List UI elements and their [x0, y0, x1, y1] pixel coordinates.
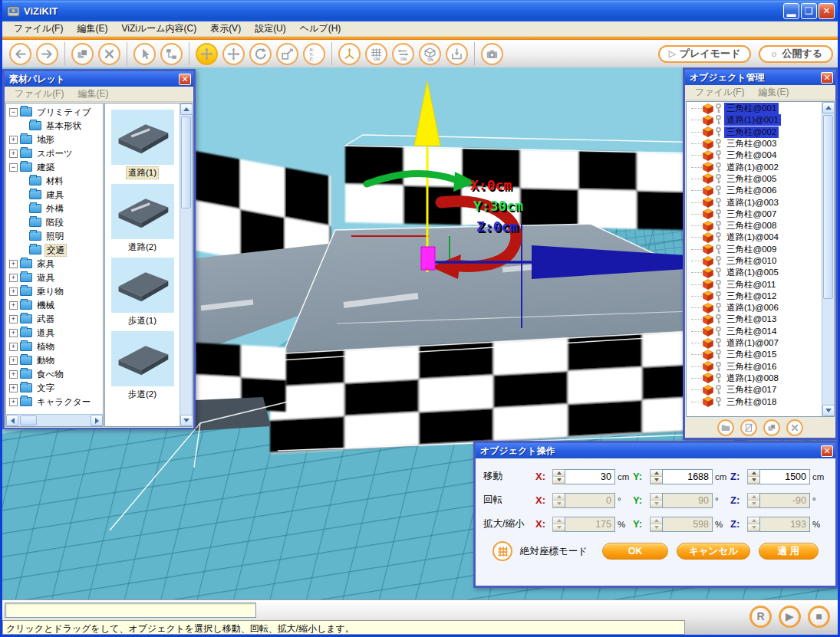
expand-icon[interactable]: + [9, 343, 18, 351]
stop-button[interactable]: ■ [808, 606, 830, 628]
box-toggle-button[interactable] [419, 43, 441, 65]
absolute-mode-button[interactable] [492, 541, 512, 561]
scale-button[interactable] [276, 43, 298, 65]
palette-title-bar[interactable]: 素材パレット ✕ [5, 71, 193, 87]
tree-item[interactable]: + スポーツ [6, 146, 103, 160]
minimize-button[interactable]: ▬ [783, 3, 799, 19]
tree-item[interactable]: + 植物 [6, 340, 103, 353]
hierarchy-button[interactable] [160, 43, 183, 65]
object-list-item[interactable]: 三角柱@014 [687, 326, 822, 337]
expand-icon[interactable]: + [9, 329, 18, 337]
expand-icon[interactable]: + [9, 384, 18, 392]
dialog-title-bar[interactable]: オブジェクト操作 ✕ [476, 443, 835, 458]
command-input[interactable] [5, 603, 256, 618]
ok-button[interactable]: OK [602, 543, 668, 560]
maximize-button[interactable]: ❑ [801, 3, 817, 19]
tree-item[interactable]: 階段 [6, 215, 103, 229]
y-value-field[interactable]: 1688 [662, 469, 713, 484]
object-list-item[interactable]: 道路(1)@007 [687, 337, 822, 349]
object-list-item[interactable]: 三角柱@018 [687, 396, 822, 407]
tree-item[interactable]: + 機械 [6, 298, 103, 312]
object-list-item[interactable]: 三角柱@001 [687, 103, 822, 114]
x-value-field[interactable]: 30 [565, 469, 615, 484]
object-list-item[interactable]: 三角柱@002 [687, 126, 822, 138]
tree-item[interactable]: + 地形 [6, 133, 103, 146]
z-spinner[interactable] [747, 517, 759, 532]
collapse-icon[interactable]: − [9, 163, 18, 172]
object-list-item[interactable]: 三角柱@017 [687, 384, 822, 396]
material-item[interactable]: 歩道(1) [110, 258, 176, 327]
object-list-item[interactable]: 三角柱@013 [687, 314, 822, 325]
duplicate-button[interactable] [71, 43, 94, 65]
object-list-item[interactable]: 三角柱@004 [687, 149, 822, 161]
y-spinner[interactable] [650, 517, 662, 532]
expand-icon[interactable]: + [9, 149, 18, 158]
tree-item[interactable]: 外構 [6, 202, 103, 215]
tree-item[interactable]: + 文字 [6, 381, 103, 395]
tree-horizontal-scrollbar[interactable] [6, 414, 103, 426]
tree-item[interactable]: − 建築 [6, 160, 103, 174]
axis-button[interactable] [338, 43, 361, 65]
gizmo-move-button[interactable] [196, 43, 218, 65]
x-value-field[interactable]: 175 [565, 517, 615, 532]
object-list-item[interactable]: 三角柱@011 [687, 278, 822, 290]
tree-item[interactable]: 照明 [6, 229, 103, 243]
scroll-down-button[interactable] [822, 405, 835, 416]
y-value-field[interactable]: 90 [662, 493, 713, 508]
y-spinner[interactable] [650, 493, 662, 508]
expand-icon[interactable]: + [9, 136, 18, 144]
reset-button[interactable]: R [749, 606, 772, 628]
scroll-left-button[interactable] [6, 415, 18, 426]
material-thumbnail[interactable] [111, 331, 174, 386]
object-list-item[interactable]: 道路(1)@004 [687, 231, 822, 243]
material-thumbnail[interactable] [111, 184, 174, 239]
object-manager-menu-item[interactable]: 編集(E) [751, 84, 796, 100]
object-manager-title-bar[interactable]: オブジェクト管理 ✕ [685, 70, 835, 85]
tree-item[interactable]: + 乗り物 [6, 284, 103, 298]
scroll-up-button[interactable] [822, 102, 835, 113]
grid-toggle-button[interactable] [365, 43, 387, 65]
menu-item[interactable]: ヘルプ(H) [293, 21, 348, 37]
object-list-item[interactable]: 三角柱@015 [687, 349, 822, 360]
object-list-item[interactable]: 三角柱@003 [687, 138, 822, 149]
y-value-field[interactable]: 598 [662, 517, 713, 532]
material-item[interactable]: 道路(1) [110, 110, 176, 179]
tree-item[interactable]: + 家具 [6, 257, 103, 271]
expand-icon[interactable]: + [9, 315, 18, 323]
z-value-field[interactable]: -90 [759, 493, 810, 508]
tree-item[interactable]: 基本形状 [6, 119, 103, 133]
forward-button[interactable] [36, 43, 58, 65]
object-list-item[interactable]: 三角柱@007 [687, 209, 822, 220]
camera-button[interactable] [481, 43, 503, 65]
tree-item[interactable]: + 遊具 [6, 271, 103, 284]
play-button[interactable]: ▶ [779, 606, 801, 628]
object-list-item[interactable]: 三角柱@009 [687, 244, 822, 255]
palette-close-button[interactable]: ✕ [179, 74, 191, 85]
material-item[interactable]: 道路(2) [110, 184, 176, 253]
select-button[interactable] [133, 43, 156, 65]
close-button[interactable]: ✕ [819, 3, 835, 19]
menu-item[interactable]: 設定(U) [248, 21, 293, 37]
tree-item[interactable]: − プリミティブ [6, 105, 103, 119]
palette-menu-item[interactable]: ファイル(F) [8, 86, 71, 102]
scrollbar-thumb[interactable] [181, 117, 191, 209]
tree-item[interactable]: + 動物 [6, 353, 103, 367]
collapse-icon[interactable]: − [9, 108, 18, 117]
tree-item[interactable]: + 武器 [6, 312, 103, 326]
expand-icon[interactable]: + [9, 370, 18, 379]
expand-icon[interactable]: + [9, 356, 18, 365]
gizmo-origin-handle[interactable] [421, 247, 435, 270]
material-thumbnail[interactable] [111, 258, 174, 313]
scroll-right-button[interactable] [91, 415, 103, 426]
expand-icon[interactable]: + [9, 287, 18, 296]
expand-icon[interactable]: + [9, 398, 18, 406]
object-list-item[interactable]: 道路(1)@008 [687, 373, 822, 384]
z-spinner[interactable] [747, 493, 759, 508]
menu-item[interactable]: 編集(E) [70, 21, 114, 37]
material-thumbnail[interactable] [111, 110, 174, 165]
tree-item[interactable]: 材料 [6, 174, 103, 188]
x-spinner[interactable] [552, 469, 565, 484]
scroll-down-button[interactable] [180, 415, 193, 426]
palette-menu-item[interactable]: 編集(E) [71, 86, 115, 102]
scroll-up-button[interactable] [180, 103, 193, 115]
